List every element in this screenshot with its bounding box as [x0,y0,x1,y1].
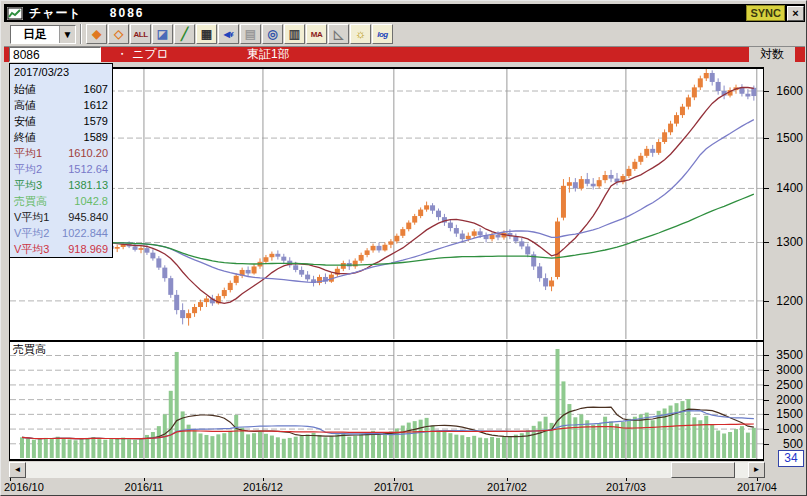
axis-label: 3000 [769,363,803,377]
volume-chart-canvas[interactable] [10,342,763,459]
axis-label: 500 [769,437,803,451]
x-axis-label: 2017/02 [487,481,527,493]
toolbar: 日足 ▼ ◆◇ALL◪╱▦◀¥▤◎▥MA◺☼log [4,22,805,47]
chart-app-icon [7,7,23,20]
show-all-icon[interactable]: ALL [130,24,151,44]
log-scale-icon[interactable]: log [372,24,393,44]
scale-mode-label: 対数 [749,47,795,62]
eraser-icon[interactable]: ◪ [152,24,173,44]
toolbar-separator [80,24,82,44]
info-row: 高値1612 [10,97,112,113]
period-value: 日足 [11,26,59,43]
draw-line-icon[interactable]: ╱ [174,24,195,44]
yen-scale-icon[interactable]: ◀¥ [218,24,239,44]
axis-label: 3500 [769,348,803,362]
axis-label: 2000 [769,393,803,407]
info-row: 平均11610.20 [10,145,112,161]
stock-code-input[interactable] [9,47,101,62]
x-axis-label: 2017/03 [606,481,646,493]
info-row: 売買高1042.8 [10,193,112,209]
x-axis-label: 2016/12 [243,481,283,493]
stock-marker: ・ [116,46,128,63]
x-axis-label: 2016/11 [125,481,164,493]
axis-label: 1600 [769,84,803,98]
scroll-left-button[interactable]: ◄ [9,462,26,478]
expand-bars-icon[interactable]: ◆ [86,24,107,44]
price-chart-pane[interactable] [9,67,764,341]
axis-label: 1000 [769,422,803,436]
stock-info-bar: ・ ニプロ 東証1部 対数 [4,47,805,62]
zoom-icon[interactable]: ◎ [262,24,283,44]
axis-label: 1200 [769,294,803,308]
scroll-right-button[interactable]: ► [748,462,765,478]
close-button[interactable]: × [787,6,804,21]
stock-name: ニプロ [132,46,169,63]
price-chart-canvas[interactable] [10,69,763,339]
shrink-bars-icon[interactable]: ◇ [108,24,129,44]
x-axis-label: 2017/04 [737,481,777,493]
axis-label: 1300 [769,235,803,249]
info-row: 始値1607 [10,81,112,97]
visible-count-box: 34 [778,450,804,467]
settings-gears-icon[interactable]: ☼ [350,24,371,44]
indicator-disabled-icon[interactable]: ▤ [240,24,261,44]
quote-info-panel: 2017/03/23 始値1607高値1612安値1579終値1589平均116… [9,63,113,258]
info-row: V平均3918.969 [10,241,112,257]
axis-label: 1400 [769,181,803,195]
quote-date: 2017/03/23 [10,64,112,81]
horizontal-scrollbar[interactable]: ◄ ► [9,462,765,478]
x-axis-label: 2016/10 [4,481,44,493]
quote-board-icon[interactable]: ▥ [284,24,305,44]
chevron-down-icon[interactable]: ▼ [59,26,75,43]
period-dropdown[interactable]: 日足 ▼ [10,25,76,44]
axis-label: 2500 [769,378,803,392]
info-row: 平均31381.13 [10,177,112,193]
volume-chart-pane[interactable]: 売買高 [9,341,764,461]
info-row: 平均21512.64 [10,161,112,177]
volume-pane-title: 売買高 [13,342,46,357]
pane-layout-icon[interactable]: ▦ [196,24,217,44]
titlebar: チャート 8086 SYNC × [4,4,805,22]
info-row: V平均21022.844 [10,225,112,241]
axis-label: 1500 [769,131,803,145]
info-row: 安値1579 [10,113,112,129]
moving-average-icon[interactable]: MA [306,24,327,44]
sync-button[interactable]: SYNC [746,5,785,21]
window-title-code: 8086 [110,6,145,20]
scrollbar-thumb[interactable] [671,462,735,478]
x-axis-label: 2017/01 [374,481,414,493]
axis-label: 1500 [769,407,803,421]
stock-market: 東証1部 [247,46,290,63]
trend-tool-icon[interactable]: ◺ [328,24,349,44]
chart-window: チャート 8086 SYNC × 日足 ▼ ◆◇ALL◪╱▦◀¥▤◎▥MA◺☼l… [0,0,807,496]
window-title: チャート [29,5,82,22]
info-row: V平均1945.840 [10,209,112,225]
toolbar-icon-group: ◆◇ALL◪╱▦◀¥▤◎▥MA◺☼log [86,24,394,44]
info-row: 終値1589 [10,129,112,145]
